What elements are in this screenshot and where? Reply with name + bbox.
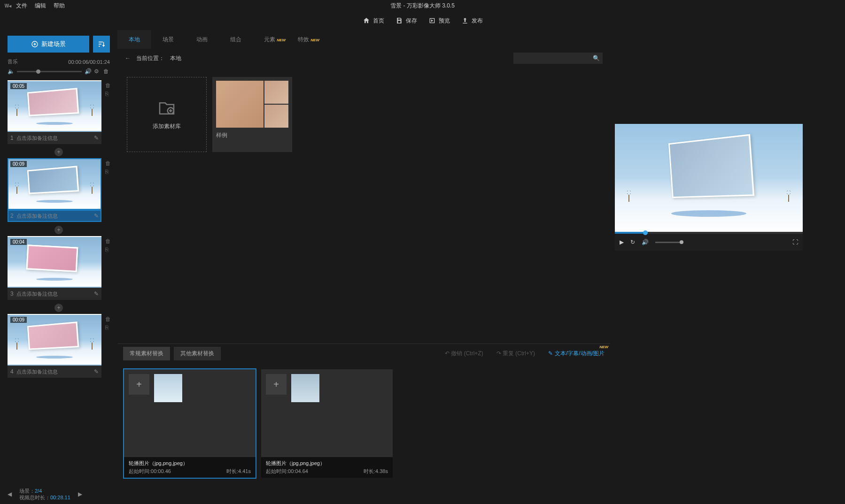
scene-item[interactable]: 00:04 🗑 ⎘ 3 点击添加备注信息 ✎: [8, 236, 110, 300]
replace-thumbnail: [291, 374, 319, 402]
scene-number: 3: [10, 290, 14, 297]
search-input[interactable]: [516, 55, 593, 61]
scene-copy-icon[interactable]: ⎘: [105, 91, 110, 97]
delete-icon[interactable]: 🗑: [103, 68, 110, 75]
search-icon[interactable]: 🔍: [593, 55, 600, 61]
scene-delete-icon[interactable]: 🗑: [105, 238, 110, 244]
folder-label: 样例: [216, 131, 288, 139]
add-scene-between-button[interactable]: +: [54, 148, 63, 156]
new-badge: NEW: [277, 31, 286, 50]
volume-slider[interactable]: [17, 71, 82, 72]
breadcrumb-bar: ← 当前位置： 本地 🔍: [117, 49, 610, 68]
save-button[interactable]: 保存: [395, 17, 417, 25]
volume-up-icon[interactable]: 🔊: [85, 68, 91, 75]
add-library-button[interactable]: 添加素材库: [127, 77, 207, 152]
scene-item[interactable]: 00:05 🗑 ⎘ 1 点击添加备注信息 ✎: [8, 80, 110, 144]
tab-animation[interactable]: 动画: [185, 30, 219, 49]
add-library-label: 添加素材库: [153, 122, 181, 130]
scene-count-value: 2/4: [35, 488, 42, 494]
seek-bar[interactable]: [615, 232, 803, 234]
replace-item[interactable]: + 轮播图片（jpg,png,jpeg） 起始时间:00:00.46 时长:4.…: [124, 369, 256, 478]
replace-thumbnail: [154, 374, 182, 402]
search-box[interactable]: 🔍: [513, 53, 603, 64]
preview-icon: [428, 17, 436, 24]
scene-delete-icon[interactable]: 🗑: [105, 82, 110, 89]
new-scene-button[interactable]: 新建场景: [8, 36, 89, 53]
back-button[interactable]: ←: [125, 55, 131, 61]
tab-scene[interactable]: 场景: [151, 30, 185, 49]
menu-edit[interactable]: 编辑: [35, 2, 46, 10]
library-folder-sample[interactable]: 样例: [212, 77, 292, 152]
scene-duration: 00:04: [10, 239, 27, 245]
scene-copy-icon[interactable]: ⎘: [105, 168, 110, 175]
replace-item[interactable]: + 轮播图片（jpg,png,jpeg） 起始时间:00:04.64 时长:4.…: [261, 369, 393, 478]
app-logo: W◂: [4, 2, 12, 9]
volume-down-icon[interactable]: 🔈: [8, 68, 14, 75]
music-time: 00:00:06/00:01:24: [68, 59, 110, 65]
center-panel: 本地 场景 动画 组合 元素NEW 特效NEW ← 当前位置： 本地 🔍 添加素…: [117, 30, 610, 484]
menu-bar: 文件 编辑 帮助: [16, 2, 65, 10]
menu-file[interactable]: 文件: [16, 2, 27, 10]
add-scene-between-button[interactable]: +: [54, 304, 63, 312]
scene-count-label: 场景：: [19, 488, 35, 494]
upload-icon: [461, 17, 469, 24]
edit-caption-icon[interactable]: ✎: [94, 213, 99, 219]
scene-caption-text: 点击添加备注信息: [16, 135, 94, 142]
save-icon: [395, 17, 403, 24]
undo-button[interactable]: ↶ 撤销 (Ctrl+Z): [445, 350, 483, 358]
total-duration-value: 00:28.11: [50, 495, 70, 500]
edit-caption-icon[interactable]: ✎: [94, 135, 99, 141]
scene-delete-icon[interactable]: 🗑: [105, 316, 110, 322]
add-scene-between-button[interactable]: +: [54, 226, 63, 234]
add-image-button[interactable]: +: [266, 374, 287, 395]
scene-copy-icon[interactable]: ⎘: [105, 246, 110, 253]
scene-caption-text: 点击添加备注信息: [16, 368, 94, 375]
scene-duration: 00:05: [10, 83, 27, 89]
fullscreen-button[interactable]: ⛶: [792, 239, 798, 245]
redo-button[interactable]: ↷ 重复 (Ctrl+Y): [496, 350, 535, 358]
breadcrumb-label: 当前位置：: [136, 54, 164, 62]
preview-volume-slider[interactable]: [655, 242, 683, 243]
edit-text-link[interactable]: ✎ 文本/字幕/动画/图片NEW: [548, 350, 605, 358]
scene-item[interactable]: 00:09 🗑 ⎘ 4 点击添加备注信息 ✎: [8, 314, 110, 378]
scene-delete-icon[interactable]: 🗑: [105, 160, 110, 167]
tab-combo[interactable]: 组合: [219, 30, 253, 49]
asset-tabs: 本地 场景 动画 组合 元素NEW 特效NEW: [117, 30, 610, 49]
folder-plus-icon: [157, 99, 176, 118]
sort-button[interactable]: [93, 36, 110, 53]
scene-caption-text: 点击添加备注信息: [16, 290, 94, 298]
scene-number: 4: [10, 368, 14, 375]
home-button[interactable]: 首页: [363, 17, 384, 25]
library-grid: 添加素材库 样例: [117, 68, 610, 344]
add-image-button[interactable]: +: [129, 374, 149, 395]
publish-button[interactable]: 发布: [461, 17, 483, 25]
edit-caption-icon[interactable]: ✎: [94, 290, 99, 297]
scene-panel: 新建场景 音乐 00:00:06/00:01:24 🔈 🔊 ⚙ 🗑 00:05: [0, 30, 117, 484]
preview-panel: ▶ ↻ 🔊 ⛶: [610, 30, 845, 484]
volume-icon[interactable]: 🔊: [642, 239, 649, 245]
settings-icon[interactable]: ⚙: [94, 68, 101, 75]
tab-effect[interactable]: 特效NEW: [287, 30, 320, 49]
scene-caption-text: 点击添加备注信息: [16, 213, 94, 220]
scene-copy-icon[interactable]: ⎘: [105, 324, 110, 331]
menu-help[interactable]: 帮助: [54, 2, 65, 10]
new-badge: NEW: [310, 31, 319, 50]
replace-panel: 常规素材替换 其他素材替换 ↶ 撤销 (Ctrl+Z) ↷ 重复 (Ctrl+Y…: [117, 344, 610, 484]
tab-other-replace[interactable]: 其他素材替换: [174, 347, 221, 360]
play-button[interactable]: ▶: [620, 239, 624, 245]
preview-canvas[interactable]: [615, 124, 803, 232]
tab-local[interactable]: 本地: [117, 30, 151, 49]
sort-icon: [97, 40, 106, 48]
scene-item[interactable]: 00:09 🗑 ⎘ 2 点击添加备注信息 ✎: [8, 158, 110, 222]
next-scene-button[interactable]: ▶: [78, 491, 82, 497]
preview-player: ▶ ↻ 🔊 ⛶: [615, 124, 803, 251]
edit-caption-icon[interactable]: ✎: [94, 368, 99, 375]
tab-element[interactable]: 元素NEW: [253, 30, 287, 49]
prev-scene-button[interactable]: ◀: [8, 491, 12, 497]
preview-button[interactable]: 预览: [428, 17, 450, 25]
tab-normal-replace[interactable]: 常规素材替换: [123, 347, 170, 360]
scene-duration: 00:09: [10, 317, 27, 323]
scene-number: 1: [10, 135, 14, 141]
loop-button[interactable]: ↻: [630, 239, 635, 245]
scene-list: 00:05 🗑 ⎘ 1 点击添加备注信息 ✎ +: [8, 80, 110, 484]
